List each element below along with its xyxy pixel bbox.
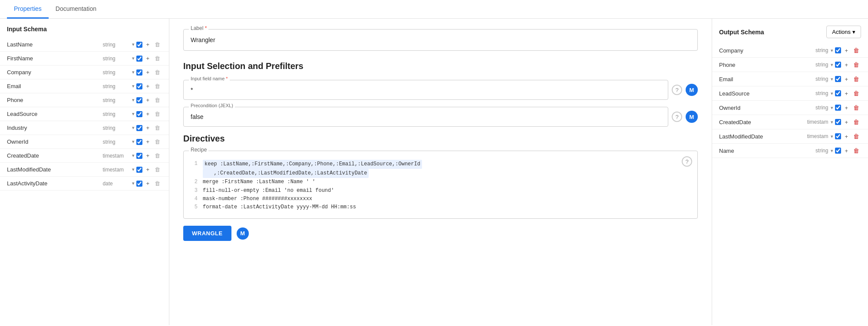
- input-schema-row-lastname: LastName string ▾ + 🗑: [0, 38, 169, 52]
- output-field-delete-button[interactable]: 🗑: [851, 46, 861, 55]
- field-checkbox[interactable]: [136, 125, 142, 131]
- field-row-actions: ▾ + 🗑: [132, 124, 162, 132]
- output-field-checkbox[interactable]: [835, 47, 841, 53]
- field-checkbox[interactable]: [136, 139, 142, 145]
- field-add-button[interactable]: +: [144, 68, 151, 76]
- output-field-name: OwnerId: [719, 105, 815, 111]
- type-chevron-icon[interactable]: ▾: [132, 97, 135, 103]
- output-field-checkbox[interactable]: [835, 62, 841, 68]
- field-delete-button[interactable]: 🗑: [153, 96, 162, 104]
- recipe-help-icon[interactable]: ?: [682, 156, 692, 167]
- field-add-button[interactable]: +: [144, 96, 151, 104]
- output-field-add-button[interactable]: +: [843, 118, 850, 126]
- field-delete-button[interactable]: 🗑: [153, 124, 162, 132]
- output-field-delete-button[interactable]: 🗑: [851, 103, 861, 112]
- output-field-delete-button[interactable]: 🗑: [851, 75, 861, 83]
- field-checkbox[interactable]: [136, 69, 142, 76]
- output-field-delete-button[interactable]: 🗑: [851, 60, 861, 69]
- type-chevron-icon[interactable]: ▾: [132, 69, 135, 75]
- output-type-chevron-icon[interactable]: ▾: [831, 148, 833, 154]
- type-chevron-icon[interactable]: ▾: [132, 181, 135, 186]
- type-chevron-icon[interactable]: ▾: [132, 167, 135, 172]
- field-checkbox[interactable]: [136, 167, 142, 173]
- tab-properties[interactable]: Properties: [7, 0, 49, 19]
- output-field-type: string: [815, 148, 828, 154]
- output-field-checkbox[interactable]: [835, 105, 841, 111]
- output-type-chevron-icon[interactable]: ▾: [831, 119, 833, 125]
- output-field-add-button[interactable]: +: [843, 89, 850, 98]
- type-chevron-icon[interactable]: ▾: [132, 139, 135, 145]
- field-add-button[interactable]: +: [144, 110, 151, 118]
- output-type-chevron-icon[interactable]: ▾: [831, 48, 833, 53]
- field-name: Email: [7, 83, 102, 89]
- field-add-button[interactable]: +: [144, 54, 151, 63]
- field-add-button[interactable]: +: [144, 40, 151, 49]
- field-add-button[interactable]: +: [144, 138, 151, 146]
- field-type: timestam: [102, 167, 129, 173]
- output-field-add-button[interactable]: +: [843, 61, 850, 69]
- field-delete-button[interactable]: 🗑: [153, 110, 162, 118]
- output-field-add-button[interactable]: +: [843, 104, 850, 112]
- output-field-checkbox[interactable]: [835, 76, 841, 82]
- output-schema-row-leadsource: LeadSource string ▾ + 🗑: [712, 86, 868, 101]
- output-field-add-button[interactable]: +: [843, 147, 850, 155]
- field-name: Company: [7, 69, 102, 76]
- field-delete-button[interactable]: 🗑: [153, 54, 162, 63]
- output-type-chevron-icon[interactable]: ▾: [831, 91, 833, 96]
- precondition-help-icon[interactable]: ?: [672, 112, 682, 122]
- field-checkbox[interactable]: [136, 56, 142, 62]
- field-delete-button[interactable]: 🗑: [153, 165, 162, 174]
- type-chevron-icon[interactable]: ▾: [132, 42, 135, 47]
- type-chevron-icon[interactable]: ▾: [132, 111, 135, 117]
- output-type-chevron-icon[interactable]: ▾: [831, 134, 833, 139]
- output-type-chevron-icon[interactable]: ▾: [831, 62, 833, 68]
- output-field-add-button[interactable]: +: [843, 46, 850, 55]
- field-checkbox[interactable]: [136, 181, 142, 187]
- output-field-checkbox[interactable]: [835, 90, 841, 96]
- output-field-checkbox[interactable]: [835, 133, 841, 139]
- field-checkbox[interactable]: [136, 111, 142, 117]
- label-input[interactable]: [191, 36, 690, 43]
- field-add-button[interactable]: +: [144, 165, 151, 174]
- field-delete-button[interactable]: 🗑: [153, 138, 162, 146]
- precondition-box: Precondition (JEXL) false: [183, 107, 668, 127]
- field-delete-button[interactable]: 🗑: [153, 151, 162, 160]
- field-row-actions: ▾ + 🗑: [132, 179, 162, 188]
- type-chevron-icon[interactable]: ▾: [132, 83, 135, 89]
- type-chevron-icon[interactable]: ▾: [132, 153, 135, 158]
- tab-documentation[interactable]: Documentation: [49, 0, 103, 19]
- input-field-help-icon[interactable]: ?: [672, 85, 682, 95]
- output-schema-title: Output Schema: [719, 29, 764, 36]
- field-name: CreatedDate: [7, 152, 102, 159]
- field-add-button[interactable]: +: [144, 82, 151, 90]
- output-field-add-button[interactable]: +: [843, 75, 850, 83]
- output-type-chevron-icon[interactable]: ▾: [831, 105, 833, 111]
- field-checkbox[interactable]: [136, 153, 142, 159]
- type-chevron-icon[interactable]: ▾: [132, 56, 135, 61]
- field-name: Industry: [7, 125, 102, 131]
- field-delete-button[interactable]: 🗑: [153, 179, 162, 188]
- field-type: string: [102, 125, 129, 131]
- output-field-checkbox[interactable]: [835, 119, 841, 125]
- field-checkbox[interactable]: [136, 42, 142, 48]
- output-type-chevron-icon[interactable]: ▾: [831, 76, 833, 82]
- field-checkbox[interactable]: [136, 97, 142, 103]
- field-add-button[interactable]: +: [144, 179, 151, 188]
- output-field-type: string: [815, 62, 828, 68]
- field-name: Phone: [7, 97, 102, 103]
- output-field-delete-button[interactable]: 🗑: [851, 132, 861, 141]
- output-field-delete-button[interactable]: 🗑: [851, 89, 861, 98]
- type-chevron-icon[interactable]: ▾: [132, 125, 135, 131]
- field-delete-button[interactable]: 🗑: [153, 40, 162, 49]
- field-add-button[interactable]: +: [144, 124, 151, 132]
- output-field-delete-button[interactable]: 🗑: [851, 146, 861, 155]
- wrangle-button[interactable]: WRANGLE: [183, 226, 231, 241]
- output-field-checkbox[interactable]: [835, 148, 841, 154]
- field-add-button[interactable]: +: [144, 151, 151, 160]
- output-field-delete-button[interactable]: 🗑: [851, 118, 861, 126]
- actions-button[interactable]: Actions ▾: [826, 26, 861, 38]
- output-field-add-button[interactable]: +: [843, 132, 850, 141]
- field-delete-button[interactable]: 🗑: [153, 82, 162, 90]
- field-delete-button[interactable]: 🗑: [153, 68, 162, 76]
- field-checkbox[interactable]: [136, 83, 142, 89]
